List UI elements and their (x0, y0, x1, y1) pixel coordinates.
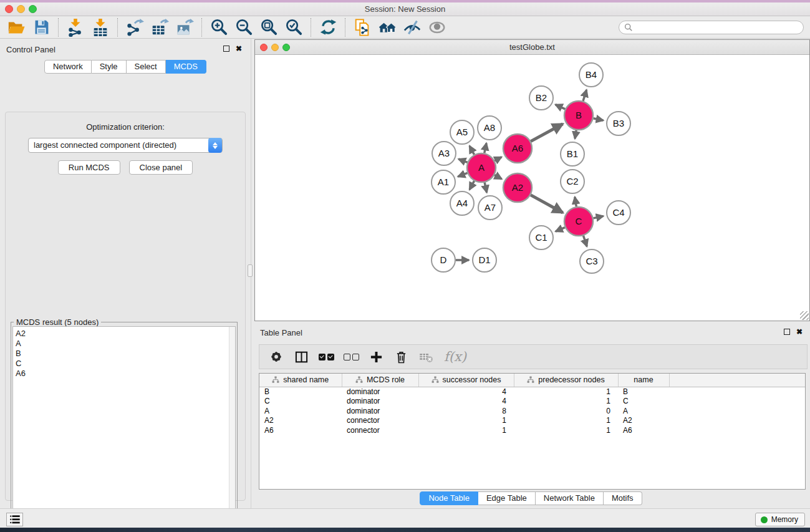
zoom-selected-button[interactable] (281, 17, 306, 37)
select-all-button[interactable] (317, 347, 335, 366)
column-header-MCDS-role[interactable]: MCDS role (342, 374, 418, 387)
table-cell[interactable]: C (618, 397, 669, 407)
table-settings-button[interactable] (267, 347, 286, 366)
mcds-result-list[interactable]: A2 A B C A6 (12, 326, 236, 531)
float-panel-icon[interactable] (784, 329, 790, 335)
export-table-button[interactable] (147, 17, 172, 37)
network-window-titlebar[interactable]: testGlobe.txt (255, 40, 809, 55)
table-cell[interactable]: 1 (514, 387, 618, 397)
close-panel-icon[interactable]: ✖ (796, 327, 803, 336)
table-cell[interactable]: dominator (342, 406, 418, 416)
graph-edge-A-A6[interactable] (494, 157, 501, 161)
table-cell[interactable]: B (618, 387, 669, 397)
deselect-all-button[interactable] (342, 347, 360, 366)
search-input[interactable] (633, 23, 798, 32)
table-cell[interactable]: A (259, 406, 342, 416)
graph-edge-A2-C[interactable] (531, 195, 563, 213)
graph-edge-C-C1[interactable] (556, 228, 565, 232)
result-scrollbar[interactable] (229, 327, 235, 530)
tab-mcds[interactable]: MCDS (166, 60, 206, 74)
table-row[interactable]: A6connector11A6 (259, 425, 805, 435)
window-resize-grip[interactable] (800, 311, 809, 320)
table-cell[interactable]: A2 (618, 416, 669, 426)
tab-motifs[interactable]: Motifs (604, 491, 642, 505)
tab-style[interactable]: Style (92, 60, 127, 74)
split-columns-button[interactable] (292, 347, 311, 366)
graph-edge-A-A2[interactable] (494, 175, 502, 179)
close-panel-icon[interactable]: ✖ (236, 44, 242, 53)
home-overview-button[interactable] (375, 17, 400, 37)
node-table[interactable]: shared nameMCDS rolesuccessor nodesprede… (259, 373, 806, 490)
save-session-button[interactable] (29, 17, 54, 37)
close-window-button[interactable] (5, 5, 13, 13)
minimize-window-button[interactable] (17, 5, 25, 13)
table-cell[interactable]: dominator (342, 397, 418, 407)
hide-preview-button[interactable] (400, 17, 425, 37)
optimization-criterion-select[interactable]: largest connected component (directed) (28, 138, 223, 153)
table-cell[interactable]: A2 (259, 416, 342, 426)
tab-select[interactable]: Select (127, 60, 166, 74)
zoom-out-button[interactable] (231, 17, 256, 37)
panel-split-grip[interactable] (248, 264, 253, 277)
graph-edge-C-C4[interactable] (593, 216, 603, 218)
result-item[interactable]: A6 (16, 369, 235, 379)
table-cell[interactable]: A6 (259, 425, 342, 435)
graph-edge-B-B2[interactable] (556, 105, 566, 109)
run-mcds-button[interactable]: Run MCDS (58, 160, 120, 175)
column-header-name[interactable]: name (618, 374, 669, 387)
table-cell[interactable]: 1 (418, 425, 514, 435)
table-row[interactable]: A2connector11A2 (259, 416, 805, 426)
table-cell[interactable]: 1 (418, 416, 514, 426)
refresh-view-button[interactable] (316, 17, 340, 37)
tab-network-table[interactable]: Network Table (536, 491, 604, 505)
tab-network[interactable]: Network (44, 60, 92, 74)
graph-edge-B-B4[interactable] (583, 90, 587, 101)
table-cell[interactable]: A (618, 406, 669, 416)
result-item[interactable]: A2 (16, 329, 235, 339)
delete-table-button[interactable] (417, 347, 435, 366)
result-item[interactable]: B (16, 349, 235, 359)
table-cell[interactable]: 4 (418, 387, 514, 397)
table-cell[interactable]: connector (342, 425, 418, 435)
graph-edge-C-C3[interactable] (583, 236, 587, 246)
table-cell[interactable]: 1 (514, 425, 618, 435)
column-header-successor-nodes[interactable]: successor nodes (418, 374, 514, 387)
graph-edge-B-B3[interactable] (594, 118, 604, 120)
delete-column-button[interactable] (392, 347, 410, 366)
import-table-button[interactable] (88, 17, 113, 37)
function-builder-button[interactable]: f(x) (444, 349, 466, 364)
table-cell[interactable]: C (259, 397, 342, 407)
table-cell[interactable]: dominator (342, 387, 418, 397)
copy-network-button[interactable] (350, 17, 375, 37)
export-image-button[interactable] (172, 17, 197, 37)
table-row[interactable]: Adominator80A (259, 406, 805, 416)
maximize-network-button[interactable] (282, 44, 290, 51)
open-session-button[interactable] (4, 17, 29, 37)
graph-edge-A-A4[interactable] (470, 181, 475, 190)
table-row[interactable]: Bdominator41B (259, 387, 805, 397)
graph-edge-A-A5[interactable] (470, 146, 475, 155)
maximize-window-button[interactable] (29, 5, 37, 13)
graph-edge-A6-B[interactable] (531, 124, 562, 142)
close-network-button[interactable] (260, 44, 268, 51)
table-cell[interactable]: 4 (418, 397, 514, 407)
tab-node-table[interactable]: Node Table (420, 491, 478, 505)
graph-edge-A-A8[interactable] (485, 143, 486, 153)
table-row[interactable]: Cdominator41C (259, 397, 805, 407)
zoom-fit-button[interactable] (256, 17, 281, 37)
network-graph[interactable]: B4B2BB3A8A5A6A3B1AA1C2A2A4A7CC4C1C3DD1 (255, 55, 809, 321)
graph-edge-A-A1[interactable] (458, 173, 467, 177)
show-eye-button[interactable] (425, 17, 450, 37)
tab-edge-table[interactable]: Edge Table (478, 491, 536, 505)
close-panel-button[interactable]: Close panel (129, 160, 193, 175)
column-header-predecessor-nodes[interactable]: predecessor nodes (514, 374, 618, 387)
minimize-network-button[interactable] (271, 44, 279, 51)
column-header-shared-name[interactable]: shared name (259, 374, 342, 387)
import-network-button[interactable] (63, 17, 88, 37)
table-cell[interactable]: 0 (514, 406, 618, 416)
table-cell[interactable]: 1 (514, 397, 618, 407)
graph-edge-B-B1[interactable] (575, 130, 576, 139)
add-column-button[interactable] (367, 347, 385, 366)
result-item[interactable]: A (16, 339, 235, 349)
export-network-button[interactable] (122, 17, 147, 37)
